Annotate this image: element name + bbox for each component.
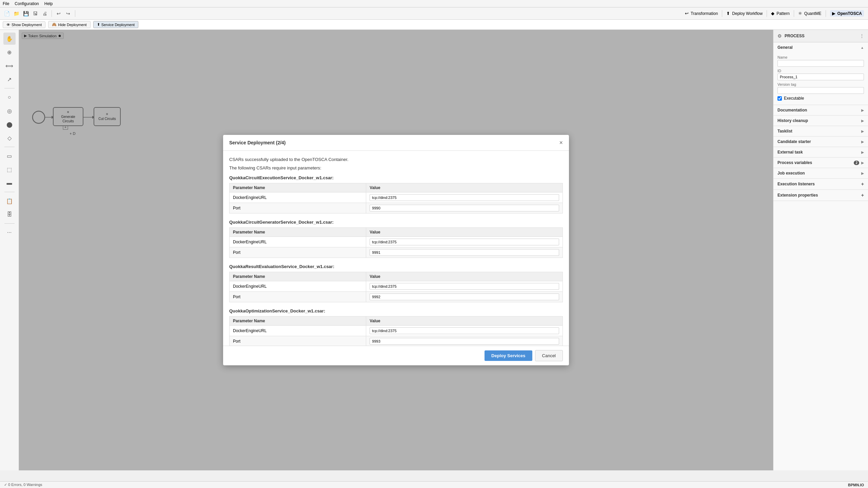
end-event-icon[interactable]: ⬤ xyxy=(3,118,16,130)
nav-transformation[interactable]: ↩ Transformation xyxy=(685,11,718,16)
extension-properties-add-icon[interactable]: + xyxy=(861,192,864,198)
opentosca-label[interactable]: OpenTOSCA xyxy=(837,11,862,16)
param-name-cell: Port xyxy=(230,203,366,214)
task-icon[interactable]: ▭ xyxy=(3,150,16,162)
toolbar-divider-6 xyxy=(826,10,826,17)
version-tag-input[interactable] xyxy=(777,87,864,94)
menu-configuration[interactable]: Configuration xyxy=(15,1,39,6)
tasklist-header[interactable]: Tasklist ▶ xyxy=(773,126,868,136)
intermediate-event-icon[interactable]: ◎ xyxy=(3,105,16,117)
process-variables-arrow-icon: ▶ xyxy=(861,161,864,165)
general-label: General xyxy=(777,45,793,50)
job-execution-arrow-icon: ▶ xyxy=(861,171,864,175)
id-input[interactable] xyxy=(777,74,864,80)
toolbar-divider-3 xyxy=(722,10,722,17)
history-cleanup-header[interactable]: History cleanup ▶ xyxy=(773,116,868,126)
csar-1-docker-url-input[interactable] xyxy=(370,194,559,201)
space-tool-icon[interactable]: ⟺ xyxy=(3,60,16,72)
param-value-cell[interactable] xyxy=(366,192,563,203)
cancel-button[interactable]: Cancel xyxy=(535,350,563,361)
csar-section-3: QuokkaResultEvaluationService_Docker_w1.… xyxy=(229,264,563,302)
documentation-header[interactable]: Documentation ▶ xyxy=(773,105,868,115)
gateway-icon[interactable]: ◇ xyxy=(3,132,16,144)
modal-footer: Deploy Services Cancel xyxy=(223,346,569,365)
more-tools-icon[interactable]: ··· xyxy=(3,226,16,239)
modal-close-button[interactable]: × xyxy=(559,140,563,146)
start-event-icon[interactable]: ○ xyxy=(3,91,16,103)
open-file-icon[interactable]: 📁 xyxy=(12,9,20,18)
param-name-cell: DockerEngineURL xyxy=(230,281,366,292)
csar-3-docker-url-input[interactable] xyxy=(370,283,559,290)
hand-tool-icon[interactable]: ✋ xyxy=(3,33,16,45)
general-section-header[interactable]: General ▲ xyxy=(773,42,868,53)
deploy-workflow-label[interactable]: Deploy Workflow xyxy=(732,11,763,16)
csar-3-port-input[interactable] xyxy=(370,293,559,300)
pattern-label[interactable]: Pattern xyxy=(776,11,790,16)
nav-opentosca[interactable]: ▶ OpenTOSCA xyxy=(830,10,864,17)
transformation-label[interactable]: Transformation xyxy=(691,11,718,16)
external-task-header[interactable]: External task ▶ xyxy=(773,147,868,157)
table-row: Port xyxy=(230,336,563,346)
param-col-value-header-3: Value xyxy=(366,272,563,281)
new-file-icon[interactable]: 📄 xyxy=(3,9,11,18)
process-panel-menu-icon[interactable]: ⋮ xyxy=(860,34,864,38)
nav-pattern[interactable]: ◆ Pattern xyxy=(771,11,790,16)
sidebar-divider-4 xyxy=(4,223,15,224)
pool-icon[interactable]: ▬ xyxy=(3,177,16,189)
executable-checkbox[interactable] xyxy=(777,96,782,101)
param-col-value-header-1: Value xyxy=(366,183,563,192)
show-deployment-btn[interactable]: 👁 Show Deployment xyxy=(3,21,45,28)
tasklist-arrow-icon: ▶ xyxy=(861,129,864,133)
csar-1-table: Parameter Name Value DockerEngineURL xyxy=(229,183,563,214)
candidate-starter-header[interactable]: Candidate starter ▶ xyxy=(773,137,868,147)
menu-file[interactable]: File xyxy=(3,1,9,6)
undo-icon[interactable]: ↩ xyxy=(55,9,63,18)
param-col-name-header-4: Parameter Name xyxy=(230,317,366,326)
csar-2-docker-url-input[interactable] xyxy=(370,239,559,245)
redo-icon[interactable]: ↪ xyxy=(64,9,72,18)
nav-deploy-workflow[interactable]: ⬆ Deploy Workflow xyxy=(726,11,763,16)
process-variables-header[interactable]: Process variables 2 ▶ xyxy=(773,158,868,168)
extension-properties-header[interactable]: Extension properties + xyxy=(773,190,868,201)
data-object-icon[interactable]: 📋 xyxy=(3,195,16,207)
param-value-cell[interactable] xyxy=(366,203,563,214)
csar-4-port-input[interactable] xyxy=(370,338,559,345)
data-store-icon[interactable]: 🗄 xyxy=(3,208,16,221)
save-icon[interactable]: 💾 xyxy=(22,9,30,18)
main-layout: ✋ ⊕ ⟺ ↗ ○ ◎ ⬤ ◇ ▭ ⬚ ▬ 📋 🗄 ··· ▶ Token Si… xyxy=(0,30,868,470)
param-value-cell[interactable] xyxy=(366,292,563,302)
candidate-starter-label: Candidate starter xyxy=(777,139,811,144)
param-value-cell[interactable] xyxy=(366,281,563,292)
csar-2-port-input[interactable] xyxy=(370,249,559,256)
param-col-value-header-2: Value xyxy=(366,228,563,237)
name-input[interactable] xyxy=(777,60,864,67)
execution-listeners-header[interactable]: Execution listeners + xyxy=(773,179,868,189)
toolbar-divider-5 xyxy=(794,10,794,17)
canvas-area[interactable]: ▶ Token Simulation ⏺ + + D xyxy=(19,30,773,470)
nav-quantme[interactable]: ⚛ QuantME xyxy=(798,11,822,16)
deploy-services-button[interactable]: Deploy Services xyxy=(485,350,532,361)
save-as-icon[interactable]: 🖫 xyxy=(31,9,39,18)
param-value-cell[interactable] xyxy=(366,326,563,336)
lasso-tool-icon[interactable]: ⊕ xyxy=(3,46,16,58)
service-deployment-btn[interactable]: ⬆ Service Deployment xyxy=(93,21,138,28)
execution-listeners-add-icon[interactable]: + xyxy=(861,181,864,187)
print-icon[interactable]: 🖨 xyxy=(41,9,49,18)
param-col-name-header-1: Parameter Name xyxy=(230,183,366,192)
quantme-label[interactable]: QuantME xyxy=(804,11,822,16)
csar-4-docker-url-input[interactable] xyxy=(370,327,559,334)
subprocess-icon[interactable]: ⬚ xyxy=(3,163,16,176)
csar-1-port-input[interactable] xyxy=(370,205,559,211)
job-execution-header[interactable]: Job execution ▶ xyxy=(773,168,868,178)
candidate-starter-section: Candidate starter ▶ xyxy=(773,137,868,147)
csar-section-4: QuokkaOptimizationService_Docker_w1.csar… xyxy=(229,308,563,346)
param-value-cell[interactable] xyxy=(366,237,563,247)
connect-tool-icon[interactable]: ↗ xyxy=(3,73,16,85)
menu-help[interactable]: Help xyxy=(44,1,53,6)
param-value-cell[interactable] xyxy=(366,336,563,346)
hide-deployment-btn[interactable]: 🙈 Hide Deployment xyxy=(48,21,90,28)
right-sidebar: ⚙ PROCESS ⋮ General ▲ Name ID Version ta… xyxy=(773,30,868,470)
param-name-cell: DockerEngineURL xyxy=(230,326,366,336)
toolbar-divider-2 xyxy=(75,10,75,17)
param-value-cell[interactable] xyxy=(366,247,563,258)
